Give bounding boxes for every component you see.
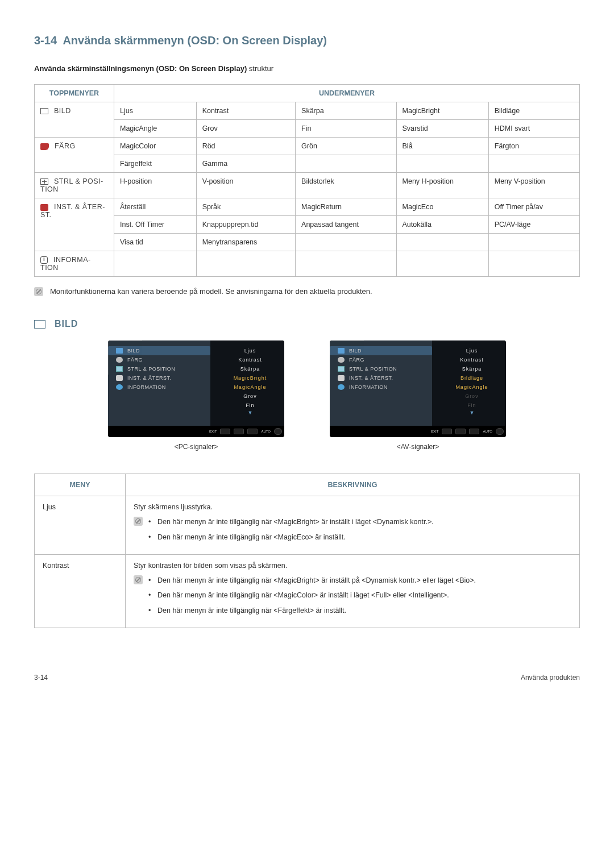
osd-btn-icon <box>220 429 230 434</box>
submenu-cell: HDMI svart <box>488 120 579 138</box>
desc-menu-cell: Ljus <box>35 496 126 555</box>
osd-av-screenshot: BILDFÄRGSTRL & POSITIONINST. & ÅTERST.IN… <box>330 340 506 437</box>
submenu-cell: Grön <box>296 138 396 155</box>
palette-icon <box>40 143 49 150</box>
submenu-cell: MagicColor <box>114 138 197 155</box>
desc-note-item: Den här menyn är inte tillgänglig när <M… <box>148 517 434 528</box>
osd-power-icon <box>274 428 282 435</box>
osd-menu-icon <box>338 375 345 381</box>
osd-sub-item: Grov <box>438 392 506 401</box>
osd-pc-screenshot: BILDFÄRGSTRL & POSITIONINST. & ÅTERST.IN… <box>108 340 284 437</box>
osd-av-caption: <AV-signaler> <box>330 443 506 451</box>
desc-note-item: Den här menyn är inte tillgänglig när <M… <box>148 590 476 601</box>
osd-menu-icon <box>338 384 345 390</box>
osd-menu-item: INST. & ÅTERST. <box>338 373 432 383</box>
osd-sub-item: Fin <box>438 401 506 410</box>
submenu-cell: Bildläge <box>488 102 579 120</box>
picture-icon <box>34 320 45 329</box>
desc-body-cell: Styr skärmens ljusstyrka.Den här menyn ä… <box>126 496 580 555</box>
submenu-cell: Meny H-position <box>396 173 488 198</box>
osd-sub-item: MagicAngle <box>216 383 284 392</box>
submenu-cell: MagicReturn <box>296 198 396 216</box>
submenu-cell: Färgeffekt <box>114 155 197 173</box>
osd-menu-item: INST. & ÅTERST. <box>116 373 210 383</box>
submenu-cell: Knappupprepn.tid <box>196 216 295 234</box>
note-text: Monitorfunktionerna kan variera beroende… <box>50 287 372 296</box>
note-icon <box>134 517 143 526</box>
box-icon <box>40 108 48 114</box>
osd-btn-icon <box>442 429 452 434</box>
osd-menu-item: INFORMATION <box>338 383 432 392</box>
submenu-cell: V-position <box>196 173 295 198</box>
osd-menu-item: INFORMATION <box>116 383 210 392</box>
gear-icon <box>40 204 48 211</box>
th-topmenus: TOPPMENYER <box>35 85 114 102</box>
osd-auto-label: AUTO <box>261 430 271 433</box>
osd-btn-icon <box>469 429 479 434</box>
desc-menu-cell: Kontrast <box>35 554 126 628</box>
submenu-cell: Visa tid <box>114 234 197 251</box>
submenu-cell <box>396 155 488 173</box>
section-title-bild: BILD <box>34 319 580 329</box>
osd-exit-label: EXIT <box>209 430 217 433</box>
footer-left: 3-14 <box>34 674 48 682</box>
submenu-cell <box>488 234 579 251</box>
submenu-cell: Anpassad tangent <box>296 216 396 234</box>
osd-av-group: BILDFÄRGSTRL & POSITIONINST. & ÅTERST.IN… <box>330 340 506 451</box>
osd-sub-item: MagicAngle <box>438 383 506 392</box>
heading-number: 3-14 <box>34 34 57 47</box>
submenu-cell: Autokälla <box>396 216 488 234</box>
osd-sub-item: Kontrast <box>216 355 284 364</box>
submenu-cell: Kontrast <box>196 102 295 120</box>
submenu-cell <box>296 155 396 173</box>
osd-sub-item: Skärpa <box>216 364 284 373</box>
submenu-cell: Fin <box>296 120 396 138</box>
osd-sub-item: Grov <box>216 392 284 401</box>
submenu-cell: Blå <box>396 138 488 155</box>
submenu-cell: Återställ <box>114 198 197 216</box>
submenu-cell: PC/AV-läge <box>488 216 579 234</box>
osd-exit-label: EXIT <box>431 430 438 433</box>
desc-note-item: Den här menyn är inte tillgänglig när <M… <box>148 575 476 586</box>
osd-sub-item: Skärpa <box>438 364 506 373</box>
submenu-cell: MagicEco <box>396 198 488 216</box>
topmenu-cell: INFORMA-TION <box>35 251 114 277</box>
submenu-cell: Färgton <box>488 138 579 155</box>
osd-btn-icon <box>247 429 258 434</box>
submenu-cell <box>296 251 396 277</box>
th-submenus: UNDERMENYER <box>114 85 580 102</box>
osd-sub-item: MagicBright <box>216 373 284 383</box>
topmenu-cell: BILD <box>35 102 114 138</box>
topmenu-cell: STRL & POSI-TION <box>35 173 114 198</box>
menu-structure-table: TOPPMENYER UNDERMENYER BILDLjusKontrastS… <box>34 84 580 277</box>
note-row: Monitorfunktionerna kan variera beroende… <box>34 287 580 296</box>
chevron-down-icon: ▼ <box>216 410 284 416</box>
info-icon <box>40 256 48 264</box>
osd-auto-label: AUTO <box>483 430 492 433</box>
chevron-down-icon: ▼ <box>438 410 506 416</box>
submenu-cell <box>488 155 579 173</box>
osd-sub-item: Ljus <box>216 346 284 355</box>
submenu-cell: Ljus <box>114 102 197 120</box>
submenu-cell: Språk <box>196 198 295 216</box>
note-icon <box>134 575 143 584</box>
topmenu-cell: INST. & ÅTER-ST. <box>35 198 114 251</box>
osd-pc-caption: <PC-signaler> <box>108 443 284 451</box>
osd-menu-icon <box>116 384 123 390</box>
submenu-cell: Grov <box>196 120 295 138</box>
th-meny: MENY <box>35 474 126 496</box>
note-icon <box>34 287 43 296</box>
osd-sub-item: Bildläge <box>438 373 506 383</box>
submenu-cell: Off Timer på/av <box>488 198 579 216</box>
submenu-cell <box>396 251 488 277</box>
submenu-cell: Gamma <box>196 155 295 173</box>
osd-power-icon <box>496 428 504 435</box>
th-beskrivning: BESKRIVNING <box>126 474 580 496</box>
cross-icon <box>40 178 48 185</box>
submenu-cell: Röd <box>196 138 295 155</box>
submenu-cell: MagicBright <box>396 102 488 120</box>
submenu-cell: Skärpa <box>296 102 396 120</box>
osd-sub-item: Ljus <box>438 346 506 355</box>
submenu-cell: Bildstorlek <box>296 173 396 198</box>
desc-body-cell: Styr kontrasten för bilden som visas på … <box>126 554 580 628</box>
